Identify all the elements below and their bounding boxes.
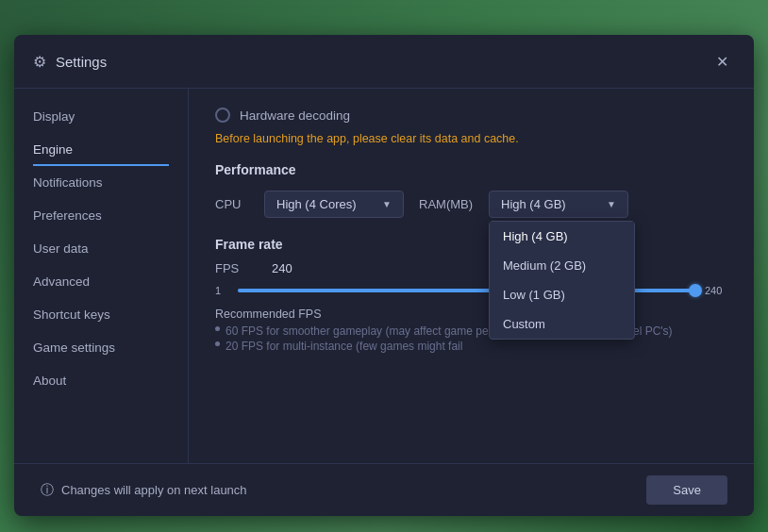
ram-value: High (4 GB)	[501, 197, 566, 211]
sidebar-item-display[interactable]: Display	[14, 100, 188, 133]
sidebar-item-about[interactable]: About	[14, 364, 188, 397]
bullet-1	[215, 326, 220, 331]
ram-dropdown-arrow: ▼	[607, 199, 616, 209]
settings-dialog: ⚙ Settings ✕ Display Engine Notification…	[14, 35, 754, 516]
sidebar-item-shortcut-keys[interactable]: Shortcut keys	[14, 298, 188, 331]
slider-thumb[interactable]	[689, 284, 702, 297]
hw-decode-radio[interactable]	[215, 108, 230, 123]
hw-decode-label: Hardware decoding	[240, 108, 350, 123]
footer-text: Changes will apply on next launch	[61, 483, 247, 497]
save-button[interactable]: Save	[646, 475, 727, 505]
ram-option-custom[interactable]: Custom	[490, 309, 634, 339]
sidebar: Display Engine Notifications Preferences…	[14, 89, 189, 463]
dialog-body: Display Engine Notifications Preferences…	[14, 89, 754, 463]
footer: ⓘ Changes will apply on next launch Save	[14, 463, 754, 516]
sidebar-item-engine[interactable]: Engine	[14, 133, 188, 166]
recommended-item-1: 60 FPS for smoother gameplay (may affect…	[215, 324, 727, 338]
performance-title: Performance	[215, 162, 727, 177]
bullet-2	[215, 341, 220, 346]
sidebar-item-notifications[interactable]: Notifications	[14, 166, 188, 199]
close-button[interactable]: ✕	[709, 48, 735, 75]
dialog-title: Settings	[56, 54, 107, 70]
fps-label: FPS	[215, 261, 272, 275]
recommended-item-2: 20 FPS for multi-instance (few games mig…	[215, 340, 727, 353]
sidebar-item-preferences[interactable]: Preferences	[14, 199, 188, 232]
ram-option-high[interactable]: High (4 GB)	[490, 222, 634, 251]
cpu-dropdown-arrow: ▼	[382, 199, 392, 209]
frame-rate-title: Frame rate	[215, 237, 727, 252]
slider-min: 1	[215, 285, 228, 296]
ram-dropdown[interactable]: High (4 GB) ▼	[489, 191, 628, 218]
cpu-dropdown[interactable]: High (4 Cores) ▼	[264, 191, 404, 218]
cpu-value: High (4 Cores)	[276, 197, 357, 211]
ram-option-medium[interactable]: Medium (2 GB)	[490, 251, 634, 280]
sidebar-item-user-data[interactable]: User data	[14, 232, 188, 265]
title-bar: ⚙ Settings ✕	[14, 35, 754, 89]
slider-row: 1 240	[215, 285, 727, 296]
sidebar-item-advanced[interactable]: Advanced	[14, 265, 188, 298]
warning-text: Before launching the app, please clear i…	[215, 132, 727, 145]
slider-max: 240	[705, 285, 727, 296]
hw-decode-row: Hardware decoding	[215, 108, 727, 123]
recommended-title: Recommended FPS	[215, 308, 727, 321]
cpu-label: CPU	[215, 197, 249, 211]
fps-row: FPS 240	[215, 261, 727, 275]
perf-row: CPU High (4 Cores) ▼ RAM(MB) High (4 GB)…	[215, 191, 727, 218]
ram-dropdown-menu: High (4 GB) Medium (2 GB) Low (1 GB) Cus…	[489, 221, 635, 340]
recommended-section: Recommended FPS 60 FPS for smoother game…	[215, 308, 727, 355]
ram-option-low[interactable]: Low (1 GB)	[490, 280, 634, 309]
fps-value: 240	[272, 261, 292, 275]
main-content: Hardware decoding Before launching the a…	[189, 89, 754, 463]
info-icon: ⓘ	[41, 482, 54, 499]
ram-container: High (4 GB) ▼ High (4 GB) Medium (2 GB) …	[489, 191, 628, 218]
ram-label: RAM(MB)	[419, 197, 474, 211]
gear-icon: ⚙	[33, 53, 46, 71]
sidebar-item-game-settings[interactable]: Game settings	[14, 331, 188, 364]
